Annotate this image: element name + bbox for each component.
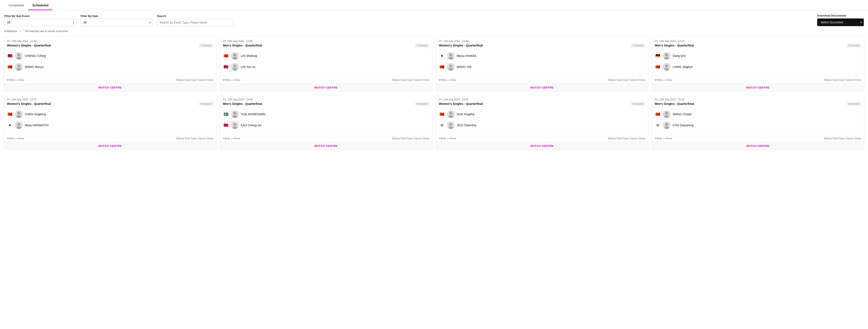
match-title: Men's Singles - Quarterfinal [223, 102, 262, 106]
player1-name: CHEN Xingtong [25, 112, 46, 116]
filter-download-label: Download Documents [817, 14, 864, 17]
scheduled-badge: Scheduled [415, 44, 429, 47]
player-row: 🇨🇳 WANG Yidi [439, 61, 645, 72]
filter-date-label: Filter By Date [81, 15, 153, 18]
match-title-row: Women's Singles - Quarterfinal Scheduled [7, 102, 213, 106]
match-title: Women's Singles - Quarterfinal [7, 44, 51, 47]
svg-point-15 [664, 68, 669, 71]
player-row: 🇨🇳 LIANG Jingkun [655, 61, 861, 72]
tab-scheduled[interactable]: Scheduled [28, 0, 53, 10]
venue-right: Macao East Asian Games Dome [608, 79, 645, 82]
info-bar: 8 Matches | * All matches are in venue l… [0, 28, 868, 35]
scheduled-badge: Scheduled [415, 102, 429, 106]
match-datetime: Fri, 13th Sep 2024 - 19:40 [439, 98, 645, 101]
match-datetime: Fri, 13th Sep 2024 - 20:15 [655, 98, 861, 101]
player-row: 🇨🇳 WANG Manyu [7, 61, 213, 72]
svg-point-2 [18, 64, 20, 67]
player-row: 🇰🇷 JOO Cheonhui [439, 120, 645, 131]
scheduled-badge: Scheduled [847, 102, 861, 106]
filter-sub-event-select[interactable]: All [4, 19, 76, 26]
player2-avatar [15, 63, 23, 71]
scheduled-badge: Scheduled [631, 44, 645, 47]
svg-point-16 [18, 112, 20, 115]
match-centre-button[interactable]: MATCH CENTRE [4, 142, 216, 149]
match-datetime: Fri, 13th Sep 2024 - 12:30 [7, 40, 213, 43]
match-centre-button[interactable]: MATCH CENTRE [436, 142, 648, 149]
player2-name: CHO Daeseong [673, 124, 693, 127]
player1-flag: 🇨🇳 [439, 112, 445, 116]
match-title: Men's Singles - Quarterfinal [655, 44, 694, 47]
player2-name: JOO Cheonhui [457, 124, 476, 127]
match-datetime: Fri, 13th Sep 2024 - 18:30 [7, 98, 213, 101]
match-datetime: Fri, 13th Sep 2024 - 13:05 [223, 40, 429, 43]
svg-point-17 [17, 115, 21, 118]
match-card: Fri, 13th Sep 2024 - 19:05 Men's Singles… [220, 95, 432, 150]
search-input[interactable] [157, 19, 233, 26]
player2-name: WANG Yidi [457, 65, 472, 68]
match-title-row: Men's Singles - Quarterfinal Scheduled [655, 102, 861, 106]
match-centre-button[interactable]: MATCH CENTRE [220, 84, 432, 91]
player1-flag: 🇹🇼 [7, 54, 13, 58]
venue-row: Infinity ∞ Arena Macao East Asian Games … [436, 76, 648, 84]
filter-download-select[interactable]: Select Document [817, 19, 864, 26]
venue-note: * All matches are in venue local time [24, 29, 68, 33]
player2-flag: 🇨🇳 [655, 65, 661, 69]
player-row: 🇹🇼 KAO Cheng-Jui [223, 120, 429, 131]
venue-right: Macao East Asian Games Dome [824, 137, 861, 140]
match-centre-button[interactable]: MATCH CENTRE [652, 84, 864, 91]
player2-flag: 🇰🇷 [655, 123, 661, 127]
player1-flag: 🇸🇪 [223, 112, 229, 116]
filter-search-label: Search [157, 15, 233, 18]
svg-point-29 [664, 115, 669, 118]
player2-avatar [447, 63, 455, 71]
player1-avatar [447, 52, 455, 60]
svg-point-0 [18, 54, 20, 56]
tab-completed[interactable]: Completed [4, 0, 28, 10]
svg-point-23 [232, 126, 237, 129]
player1-avatar [663, 110, 671, 118]
venue-row: Infinity ∞ Arena Macao East Asian Games … [220, 76, 432, 84]
svg-point-30 [665, 123, 668, 126]
filter-sub-event-label: Filter By Sub Event [4, 15, 76, 18]
scheduled-badge: Scheduled [199, 102, 213, 106]
player-row: 🇸🇪 Truls MOREGARD [223, 109, 429, 120]
match-card: Fri, 13th Sep 2024 - 14:15 Men's Singles… [652, 36, 864, 91]
match-card: Fri, 13th Sep 2024 - 18:30 Women's Singl… [4, 95, 216, 150]
match-card-inner: Fri, 13th Sep 2024 - 12:30 Women's Singl… [4, 37, 216, 75]
svg-point-3 [17, 68, 21, 71]
match-centre-button[interactable]: MATCH CENTRE [220, 142, 432, 149]
player2-flag: 🇹🇼 [223, 65, 229, 69]
venue-left: Infinity ∞ Arena [223, 137, 240, 140]
venue-left: Infinity ∞ Arena [439, 79, 456, 82]
player1-flag: 🇨🇳 [655, 112, 661, 116]
venue-left: Infinity ∞ Arena [223, 79, 240, 82]
player2-name: LIANG Jingkun [673, 65, 692, 68]
venue-right: Macao East Asian Games Dome [608, 137, 645, 140]
match-card: Fri, 13th Sep 2024 - 20:15 Men's Singles… [652, 95, 864, 150]
match-card: Fri, 13th Sep 2024 - 12:30 Women's Singl… [4, 36, 216, 91]
venue-right: Macao East Asian Games Dome [824, 79, 861, 82]
svg-point-20 [234, 112, 236, 115]
match-centre-button[interactable]: MATCH CENTRE [652, 142, 864, 149]
scheduled-badge: Scheduled [631, 102, 645, 106]
filter-date-select[interactable]: All [81, 19, 153, 26]
player-row: 🇨🇳 SUN Yingsha [439, 109, 645, 120]
player2-avatar [15, 121, 23, 129]
match-centre-button[interactable]: MATCH CENTRE [4, 84, 216, 91]
venue-right: Macao East Asian Games Dome [176, 79, 213, 82]
venue-left: Infinity ∞ Arena [655, 79, 672, 82]
player1-flag: 🇯🇵 [439, 54, 445, 58]
venue-left: Infinity ∞ Arena [439, 137, 456, 140]
player-row: 🇨🇳 WANG Chuqin [655, 109, 861, 120]
svg-point-18 [18, 123, 20, 126]
match-card-inner: Fri, 13th Sep 2024 - 19:05 Men's Singles… [220, 95, 432, 133]
match-card-inner: Fri, 13th Sep 2024 - 18:30 Women's Singl… [4, 95, 216, 133]
player1-avatar [15, 52, 23, 60]
match-card: Fri, 13th Sep 2024 - 13:40 Women's Singl… [436, 36, 648, 91]
match-centre-button[interactable]: MATCH CENTRE [436, 84, 648, 91]
svg-point-24 [450, 112, 452, 115]
filters-bar: Filter By Sub Event All Filter By Date A… [0, 10, 868, 28]
svg-point-8 [450, 54, 452, 56]
venue-row: Infinity ∞ Arena Macao East Asian Games … [652, 76, 864, 84]
svg-point-27 [448, 126, 453, 129]
